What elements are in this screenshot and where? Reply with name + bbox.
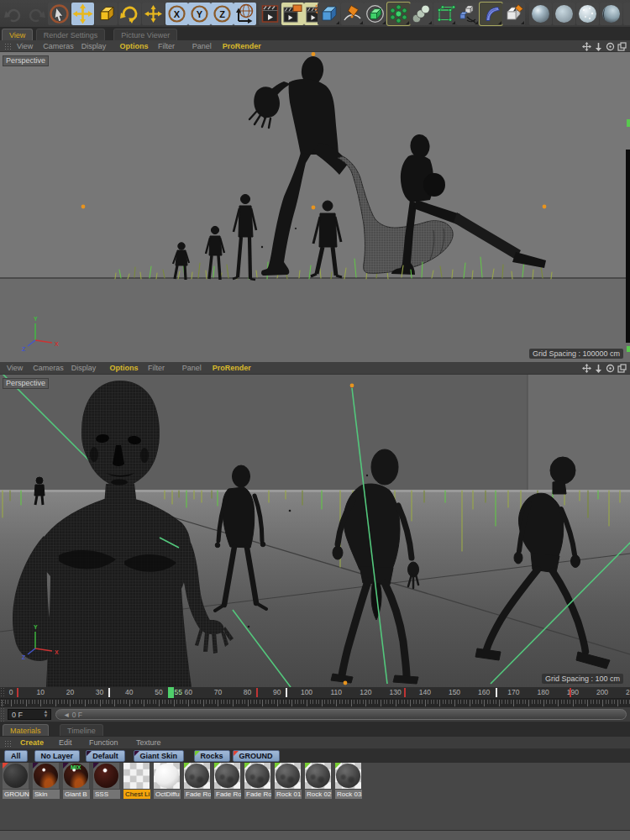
material-name[interactable]: Rock 02	[305, 790, 332, 799]
material-name[interactable]: Fade Ro	[184, 790, 211, 799]
viewport1-camera-label[interactable]: Perspective	[3, 55, 49, 66]
layer-tab-all[interactable]: All	[4, 750, 28, 762]
menu-display[interactable]: Display	[81, 40, 107, 52]
timeline-marker[interactable]	[570, 688, 571, 697]
material-preview-skin[interactable]	[33, 763, 59, 789]
material-slot[interactable]: Skin	[33, 763, 61, 799]
material-preview-skin[interactable]: MIX	[63, 763, 89, 789]
rotate-tool-icon[interactable]	[118, 3, 141, 25]
material-slot[interactable]: Rock 02	[305, 763, 333, 799]
lock-z-icon[interactable]: Z	[211, 3, 234, 25]
menu-display[interactable]: Display	[71, 362, 97, 374]
live-selection-icon[interactable]	[48, 3, 71, 25]
menu-cameras[interactable]: Cameras	[33, 362, 64, 374]
shading-sphere-quick-icon[interactable]	[553, 3, 575, 25]
panel-tab-timeline[interactable]: Timeline	[60, 724, 103, 736]
vp-rotate-icon[interactable]	[606, 364, 615, 373]
material-slot[interactable]: Fade Ro	[244, 763, 273, 799]
coordinate-system-icon[interactable]	[234, 3, 256, 25]
current-frame-field[interactable]: 0 F▲▼	[8, 709, 51, 720]
layout-tab-render-settings[interactable]: Render Settings	[36, 29, 106, 40]
material-preview-ground[interactable]	[3, 763, 29, 789]
materials-menu-create[interactable]: Create	[20, 737, 44, 749]
menu-grip-icon[interactable]	[4, 43, 12, 50]
materials-menu-grip-icon[interactable]	[4, 740, 12, 748]
ffd-deformer-icon[interactable]	[433, 3, 456, 25]
shading-sphere-hidden-icon[interactable]	[600, 3, 622, 25]
move-tool-icon[interactable]	[71, 3, 94, 25]
material-slot[interactable]: Rock 03	[335, 763, 364, 799]
menu-panel[interactable]: Panel	[192, 40, 212, 52]
material-slot[interactable]: GROUN	[3, 763, 31, 799]
menu-filter[interactable]: Filter	[148, 362, 165, 374]
menu-options[interactable]: Options	[109, 362, 138, 374]
primitive-cube-icon[interactable]	[318, 3, 340, 25]
material-preview-white[interactable]	[154, 763, 180, 789]
material-slot[interactable]: Fade Ro	[214, 763, 243, 799]
material-slot[interactable]: SSS	[93, 763, 122, 799]
material-preview-rock[interactable]	[305, 763, 331, 789]
menu-view[interactable]: View	[17, 40, 33, 52]
layer-tab-rocks[interactable]: Rocks	[194, 750, 230, 762]
menu-view[interactable]: View	[7, 362, 23, 374]
vp-toggle-icon[interactable]	[617, 42, 627, 51]
material-preview-rock[interactable]	[214, 763, 240, 789]
layer-tab-default[interactable]: Default	[86, 750, 125, 762]
material-name[interactable]: Fade Ro	[244, 790, 271, 799]
material-name[interactable]: GROUN	[3, 790, 29, 799]
timeline-marker[interactable]	[256, 688, 258, 697]
spline-pen-icon[interactable]	[341, 3, 364, 25]
material-paint-icon[interactable]	[502, 3, 525, 25]
menu-options[interactable]: Options	[119, 40, 148, 52]
array-generator-icon[interactable]	[387, 3, 410, 25]
vp-rotate-icon[interactable]	[606, 42, 615, 51]
material-name[interactable]: SSS	[93, 790, 120, 799]
material-name[interactable]: Chest Li	[123, 790, 150, 799]
viewport2-camera-label[interactable]: Perspective	[3, 378, 49, 389]
menu-cameras[interactable]: Cameras	[43, 40, 74, 52]
lock-y-icon[interactable]: Y	[188, 3, 211, 25]
material-slot[interactable]: Rock 01	[275, 763, 303, 799]
timeline-marker[interactable]	[496, 688, 497, 697]
frame-stepper[interactable]: ▲▼	[42, 710, 50, 719]
timeline-power-slider[interactable]: ◄ 0 F	[55, 709, 627, 720]
shading-sphere-constant-icon[interactable]	[576, 3, 599, 25]
display-light-icon[interactable]	[623, 3, 630, 25]
material-name[interactable]: Rock 01	[275, 790, 302, 799]
vp-pan-icon[interactable]	[582, 42, 591, 51]
layout-tab-picture-viewer[interactable]: Picture Viewer	[113, 29, 177, 40]
layer-tab-no-layer[interactable]: No Layer	[34, 750, 81, 762]
layer-tab-ground[interactable]: GROUND	[233, 750, 280, 762]
material-slot[interactable]: Chest Li	[123, 763, 152, 799]
last-tool-move-icon[interactable]	[142, 3, 165, 25]
instance-object-icon[interactable]	[456, 3, 479, 25]
viewport-2[interactable]: Y X Z Perspective Grid Spacing : 100 cm	[0, 375, 630, 687]
materials-menu-function[interactable]: Function	[89, 737, 118, 749]
material-name[interactable]: Rock 03	[335, 790, 362, 799]
material-preview-rock[interactable]	[275, 763, 301, 789]
vp-pan-icon[interactable]	[582, 364, 591, 373]
vp-dolly-icon[interactable]	[594, 364, 603, 373]
vp-toggle-icon[interactable]	[617, 364, 627, 373]
material-name[interactable]: Fade Ro	[214, 790, 241, 799]
viewport-1[interactable]: Y X Z Perspective Grid Spacing : 100000 …	[0, 52, 630, 362]
material-slot[interactable]: OctDiffu	[154, 763, 182, 799]
timeline-marker[interactable]	[404, 688, 406, 697]
menu-panel[interactable]: Panel	[182, 362, 202, 374]
menu-filter[interactable]: Filter	[158, 40, 175, 52]
material-preview-checker[interactable]	[123, 763, 150, 789]
current-frame-marker[interactable]	[168, 687, 174, 698]
material-slot[interactable]: MIXGiant B	[63, 763, 92, 799]
bend-deformer-icon[interactable]	[480, 3, 502, 25]
material-name[interactable]: Skin	[33, 790, 60, 799]
material-preview-rock[interactable]	[244, 763, 270, 789]
material-slot[interactable]: Fade Ro	[184, 763, 213, 799]
material-name[interactable]: Giant B	[63, 790, 90, 799]
menu-prorender[interactable]: ProRender	[213, 362, 251, 374]
menu-prorender[interactable]: ProRender	[223, 40, 261, 52]
material-preview-rock[interactable]	[184, 763, 210, 789]
lock-x-icon[interactable]: X	[165, 3, 188, 25]
material-preview-rock[interactable]	[335, 763, 361, 789]
shading-sphere-gouraud-icon[interactable]	[529, 3, 552, 25]
layout-tab-view[interactable]: View	[2, 29, 33, 40]
